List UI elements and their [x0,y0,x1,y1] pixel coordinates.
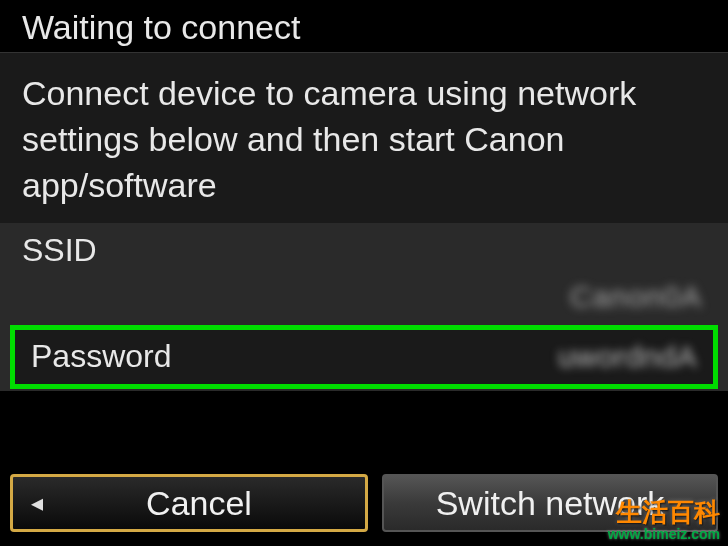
ssid-row: SSID [0,223,728,275]
cancel-button[interactable]: ◂ Cancel [10,474,368,532]
instruction-panel: Connect device to camera using network s… [0,52,728,223]
network-settings: SSID Canon0A Password uwordndA [0,223,728,391]
watermark: 生活百科 www.bimeiz.com [608,498,720,542]
cancel-button-label: Cancel [146,484,252,523]
watermark-title: 生活百科 [608,498,720,527]
instruction-text: Connect device to camera using network s… [22,71,706,209]
password-row-highlighted: Password uwordndA [10,325,718,389]
watermark-url: www.bimeiz.com [608,527,720,542]
ssid-value: Canon0A [570,280,702,314]
password-label: Password [31,338,172,375]
page-title: Waiting to connect [22,8,300,47]
ssid-label: SSID [22,232,97,269]
spacer [0,391,728,468]
camera-wifi-screen: Waiting to connect Connect device to cam… [0,0,728,546]
title-bar: Waiting to connect [0,0,728,52]
ssid-value-row: Canon0A [0,275,728,325]
back-chevron-icon: ◂ [31,489,43,517]
password-value: uwordndA [558,340,697,374]
